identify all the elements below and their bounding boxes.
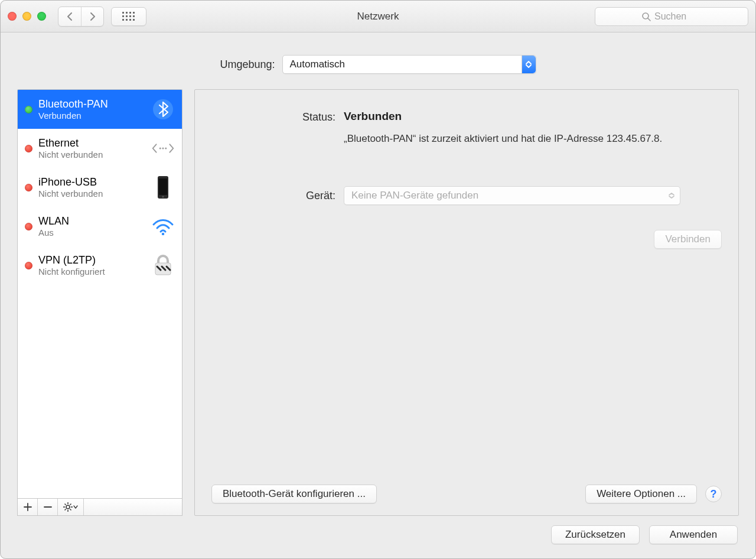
svg-line-32 [70, 509, 71, 511]
svg-rect-8 [122, 19, 124, 21]
window-footer-buttons: Zurücksetzen Anwenden [17, 516, 739, 547]
phone-icon [150, 174, 176, 200]
sidebar-item-iphone-usb[interactable]: iPhone-USB Nicht verbunden [18, 168, 182, 207]
plus-icon [24, 503, 32, 511]
sidebar-item-name: WLAN [38, 215, 144, 228]
device-select[interactable]: Keine PAN-Geräte gefunden [344, 186, 680, 205]
gear-icon [63, 502, 73, 512]
svg-line-33 [65, 509, 66, 511]
svg-rect-19 [159, 178, 167, 195]
detail-footer: Bluetooth-Gerät konfigurieren ... Weiter… [211, 479, 722, 503]
titlebar: Netzwerk [1, 1, 755, 32]
search-input[interactable] [654, 11, 702, 22]
sidebar-item-status: Verbunden [38, 110, 144, 121]
zoom-button[interactable] [37, 12, 46, 21]
chevron-left-icon [66, 12, 73, 21]
svg-rect-5 [126, 15, 128, 17]
environment-value: Automatisch [290, 58, 346, 70]
device-label: Gerät: [211, 188, 335, 202]
revert-button[interactable]: Zurücksetzen [551, 525, 640, 544]
chevron-down-icon [73, 505, 78, 509]
svg-rect-10 [129, 19, 131, 21]
sidebar-item-vpn[interactable]: VPN (L2TP) Nicht konfiguriert [18, 246, 182, 285]
service-list: Bluetooth-PAN Verbunden [17, 89, 183, 498]
svg-line-13 [648, 18, 650, 21]
select-stepper-icon [667, 187, 676, 204]
environment-select[interactable]: Automatisch [282, 55, 536, 74]
sidebar-item-text: Bluetooth-PAN Verbunden [38, 98, 144, 121]
ethernet-icon [150, 135, 176, 161]
svg-rect-7 [133, 15, 135, 17]
network-prefs-window: Netzwerk Umgebung: Automatisch [0, 0, 756, 559]
status-dot-icon [25, 106, 32, 113]
help-button[interactable]: ? [705, 486, 722, 502]
configure-bluetooth-button[interactable]: Bluetooth-Gerät konfigurieren ... [211, 485, 377, 503]
show-all-button[interactable] [111, 7, 146, 26]
svg-rect-9 [126, 19, 128, 21]
sidebar-item-wlan[interactable]: WLAN Aus [18, 207, 182, 246]
close-button[interactable] [8, 12, 17, 21]
connect-button[interactable]: Verbinden [654, 230, 722, 249]
search-field[interactable] [595, 7, 748, 26]
sidebar-item-name: Bluetooth-PAN [38, 98, 144, 110]
forward-button[interactable] [81, 7, 103, 26]
svg-line-34 [70, 504, 71, 505]
select-stepper-icon [522, 56, 536, 73]
svg-rect-6 [129, 15, 131, 17]
status-dot-icon [25, 262, 32, 269]
window-controls [8, 12, 51, 21]
search-icon [641, 12, 651, 21]
remove-service-button[interactable] [38, 499, 58, 515]
minimize-button[interactable] [22, 12, 31, 21]
sidebar-item-ethernet[interactable]: Ethernet Nicht verbunden [18, 129, 182, 168]
svg-rect-4 [122, 15, 124, 17]
apply-button[interactable]: Anwenden [649, 525, 738, 544]
svg-point-26 [66, 505, 70, 509]
sidebar-item-name: VPN (L2TP) [38, 254, 144, 266]
chevron-right-icon [89, 12, 96, 21]
sidebar-item-text: VPN (L2TP) Nicht konfiguriert [38, 254, 144, 277]
svg-point-17 [165, 147, 167, 149]
svg-point-16 [162, 147, 164, 149]
sidebar-footer-spacer [84, 499, 182, 515]
content-area: Umgebung: Automatisch Bluetooth-PAN V [1, 32, 755, 558]
action-menu-button[interactable] [58, 499, 84, 515]
connect-row: Verbinden [211, 230, 722, 249]
lock-icon [150, 252, 176, 278]
bluetooth-icon [150, 96, 176, 122]
panes: Bluetooth-PAN Verbunden [17, 89, 739, 516]
sidebar-item-text: iPhone-USB Nicht verbunden [38, 176, 144, 199]
svg-rect-1 [126, 12, 128, 14]
device-row: Gerät: Keine PAN-Geräte gefunden [211, 186, 722, 205]
detail-panel: Status: Verbunden „Bluetooth-PAN“ ist zu… [194, 89, 739, 516]
nav-back-forward [58, 6, 104, 27]
sidebar-item-status: Nicht konfiguriert [38, 266, 144, 277]
back-button[interactable] [58, 7, 81, 26]
status-dot-icon [25, 223, 32, 230]
sidebar-item-status: Nicht verbunden [38, 150, 144, 160]
device-value: Keine PAN-Geräte gefunden [351, 190, 478, 202]
status-label: Status: [211, 110, 335, 146]
status-value: Verbunden [344, 110, 722, 123]
wifi-icon [150, 213, 176, 239]
svg-point-20 [162, 196, 164, 197]
status-dot-icon [25, 145, 32, 152]
advanced-options-button[interactable]: Weitere Optionen ... [585, 485, 697, 503]
sidebar-item-bluetooth-pan[interactable]: Bluetooth-PAN Verbunden [18, 90, 182, 129]
sidebar-item-name: Ethernet [38, 137, 144, 150]
svg-line-31 [65, 504, 66, 505]
status-description: „Bluetooth-PAN“ ist zurzeit aktiviert un… [344, 132, 674, 146]
sidebar-item-text: WLAN Aus [38, 215, 144, 238]
add-service-button[interactable] [18, 499, 38, 515]
sidebar-item-status: Nicht verbunden [38, 188, 144, 199]
svg-rect-3 [133, 12, 135, 14]
sidebar-item-name: iPhone-USB [38, 176, 144, 188]
environment-row: Umgebung: Automatisch [17, 55, 739, 74]
grid-icon [122, 12, 135, 21]
svg-rect-11 [133, 19, 135, 21]
sidebar-item-status: Aus [38, 228, 144, 238]
minus-icon [44, 503, 52, 511]
environment-label: Umgebung: [220, 58, 275, 71]
sidebar-item-text: Ethernet Nicht verbunden [38, 137, 144, 160]
sidebar-footer [17, 498, 183, 516]
